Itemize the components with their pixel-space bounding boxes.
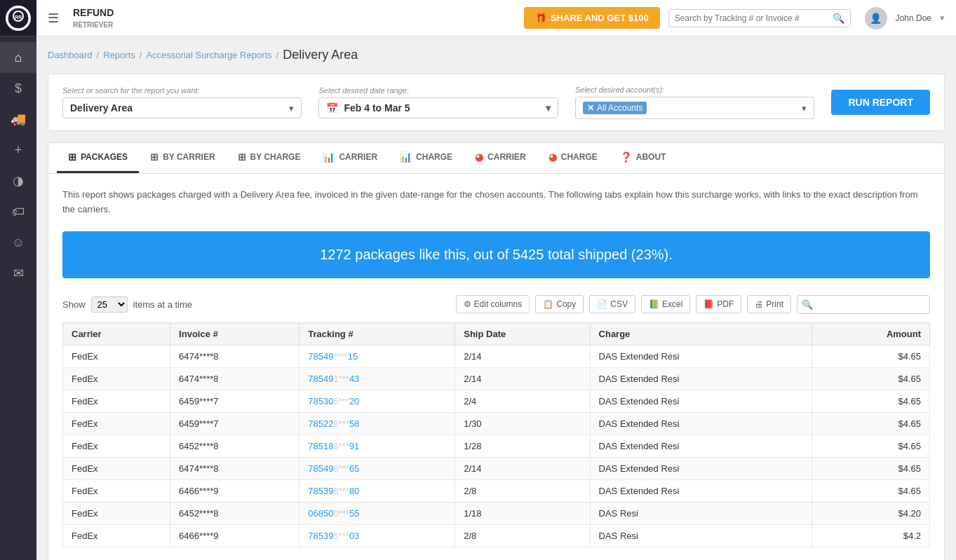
col-tracking[interactable]: Tracking # — [299, 322, 455, 345]
cell-amount: $4.65 — [812, 345, 930, 367]
cell-tracking: 785305***20 — [299, 390, 455, 412]
excel-button[interactable]: 📗 Excel — [641, 295, 690, 313]
tab-carrier-bar[interactable]: 📊 CARRIER — [311, 143, 389, 173]
table-controls: Show 25 50 100 items at a time ⚙ Edit co… — [62, 295, 930, 314]
pdf-button[interactable]: 📕 PDF — [696, 295, 741, 313]
show-select[interactable]: 25 50 100 — [91, 296, 128, 313]
tracking-link[interactable]: 785305***20 — [308, 396, 359, 407]
col-ship-date[interactable]: Ship Date — [455, 322, 590, 345]
cell-tracking: 78549****15 — [299, 345, 455, 367]
cell-ship-date: 2/14 — [455, 457, 590, 479]
date-filter-label: Select desired date range: — [318, 86, 558, 95]
date-select[interactable]: 📅 Feb 4 to Mar 5 ▾ — [318, 97, 558, 118]
col-invoice[interactable]: Invoice # — [170, 322, 299, 345]
copy-button[interactable]: 📋 Copy — [535, 295, 584, 313]
tracking-link[interactable]: 785491***43 — [308, 374, 359, 384]
table-row: FedEx 6459****7 785305***20 2/4 DAS Exte… — [63, 390, 930, 412]
tab-by-charge[interactable]: ⊞ BY CHARGE — [227, 143, 312, 173]
cell-tracking: 785395***03 — [299, 524, 455, 547]
tracking-link[interactable]: 785496***65 — [308, 463, 359, 474]
copy-icon: 📋 — [543, 299, 553, 309]
chevron-down-icon[interactable]: ▾ — [940, 13, 945, 23]
cell-charge: DAS Resi — [590, 502, 812, 524]
cell-invoice: 6466****9 — [170, 479, 299, 502]
csv-label: CSV — [610, 299, 628, 309]
table-icon-carrier: ⊞ — [150, 151, 159, 163]
cell-invoice: 6452****8 — [170, 435, 299, 457]
search-bar[interactable]: 🔍 — [668, 9, 851, 27]
account-select[interactable]: ✕ All Accounts ▾ — [575, 97, 814, 119]
col-amount[interactable]: Amount — [812, 322, 930, 345]
sidebar-item-savings[interactable]: $ — [0, 73, 36, 104]
breadcrumb-sep-3: / — [276, 50, 279, 60]
report-card: ⊞ PACKAGES ⊞ BY CARRIER ⊞ BY CHARGE 📊 CA… — [48, 142, 945, 560]
table-row: FedEx 6474****8 78549****15 2/14 DAS Ext… — [63, 345, 930, 367]
run-report-button[interactable]: RUN REPORT — [831, 90, 930, 115]
tracking-link[interactable]: 785226***58 — [308, 418, 359, 429]
sidebar-item-add[interactable]: + — [0, 135, 36, 165]
cell-ship-date: 1/18 — [455, 502, 590, 524]
cell-amount: $4.65 — [812, 412, 930, 435]
pie-icon-carrier: ◕ — [475, 151, 483, 163]
cell-ship-date: 2/14 — [455, 367, 590, 390]
tab-carrier-pie[interactable]: ◕ CARRIER — [464, 143, 537, 173]
search-icon: 🔍 — [833, 13, 844, 24]
col-carrier[interactable]: Carrier — [63, 322, 170, 345]
tracking-link[interactable]: 785186***91 — [308, 441, 359, 451]
stats-text: 1272 packages like this, out of 5425 tot… — [320, 247, 673, 262]
table-search[interactable]: 🔍 — [797, 295, 930, 314]
menu-icon[interactable]: ☰ — [48, 11, 59, 26]
tab-about[interactable]: ❓ ABOUT — [609, 143, 678, 173]
sidebar-item-messages[interactable]: ✉ — [0, 258, 36, 289]
tracking-link[interactable]: 068500***55 — [308, 508, 359, 519]
account-filter-label: Select desired account(s): — [575, 86, 814, 94]
breadcrumb-dashboard[interactable]: Dashboard — [48, 50, 93, 60]
sidebar-item-tags[interactable]: 🏷 — [0, 196, 36, 227]
breadcrumb: Dashboard / Reports / Accessorial Surcha… — [48, 48, 945, 62]
breadcrumb-accessorial[interactable]: Accessorial Surcharge Reports — [146, 50, 271, 60]
col-charge[interactable]: Charge — [590, 322, 812, 345]
smile-icon: ☺ — [12, 235, 25, 250]
sidebar-item-shipments[interactable]: 🚚 — [0, 104, 36, 135]
cell-charge: DAS Extended Resi — [590, 412, 812, 435]
cell-invoice: 6474****8 — [170, 367, 299, 390]
breadcrumb-reports[interactable]: Reports — [103, 50, 135, 60]
table-row: FedEx 6459****7 785226***58 1/30 DAS Ext… — [63, 412, 930, 435]
report-select[interactable]: Delivery Area ▾ — [62, 97, 302, 118]
cell-ship-date: 2/8 — [455, 524, 590, 547]
cell-amount: $4.65 — [812, 390, 930, 412]
table-search-input[interactable] — [817, 296, 929, 313]
app-logo[interactable]: RR — [0, 0, 36, 36]
dollar-icon: $ — [15, 81, 22, 96]
tracking-link[interactable]: 785398***80 — [308, 486, 359, 496]
close-icon[interactable]: ✕ — [587, 103, 594, 113]
csv-button[interactable]: 📄 CSV — [589, 295, 635, 313]
edit-columns-button[interactable]: ⚙ Edit columns — [456, 295, 530, 313]
cell-ship-date: 2/8 — [455, 479, 590, 502]
tab-by-carrier-label: BY CARRIER — [163, 152, 215, 162]
share-button[interactable]: 🎁 SHARE AND GET $100 — [524, 7, 660, 29]
sidebar-item-reports[interactable]: ◑ — [0, 165, 36, 196]
cell-invoice: 6459****7 — [170, 412, 299, 435]
sidebar-item-profile[interactable]: ☺ — [0, 227, 36, 258]
tab-carrier-pie-label: CARRIER — [487, 152, 526, 162]
search-input[interactable] — [675, 13, 833, 23]
report-chevron-icon: ▾ — [289, 103, 294, 114]
breadcrumb-sep-2: / — [140, 50, 142, 60]
table-search-icon: 🔍 — [797, 296, 817, 313]
tab-charge-bar[interactable]: 📊 CHARGE — [389, 143, 464, 173]
tab-charge-pie[interactable]: ◕ CHARGE — [537, 143, 609, 173]
cell-carrier: FedEx — [63, 435, 170, 457]
sidebar-item-home[interactable]: ⌂ — [0, 42, 36, 73]
cell-tracking: 785496***65 — [299, 457, 455, 479]
cell-tracking: 785226***58 — [299, 412, 455, 435]
tab-by-carrier[interactable]: ⊞ BY CARRIER — [139, 143, 226, 173]
cell-charge: DAS Extended Resi — [590, 367, 812, 390]
report-body: This report shows packages charged with … — [48, 174, 944, 560]
tracking-link[interactable]: 785395***03 — [308, 531, 359, 541]
print-button[interactable]: 🖨 Print — [747, 295, 791, 313]
report-filter-label: Select or search for the report you want… — [62, 86, 302, 95]
tab-packages[interactable]: ⊞ PACKAGES — [57, 143, 139, 173]
table-row: FedEx 6474****8 785496***65 2/14 DAS Ext… — [63, 457, 930, 479]
tracking-link[interactable]: 78549****15 — [308, 351, 358, 362]
